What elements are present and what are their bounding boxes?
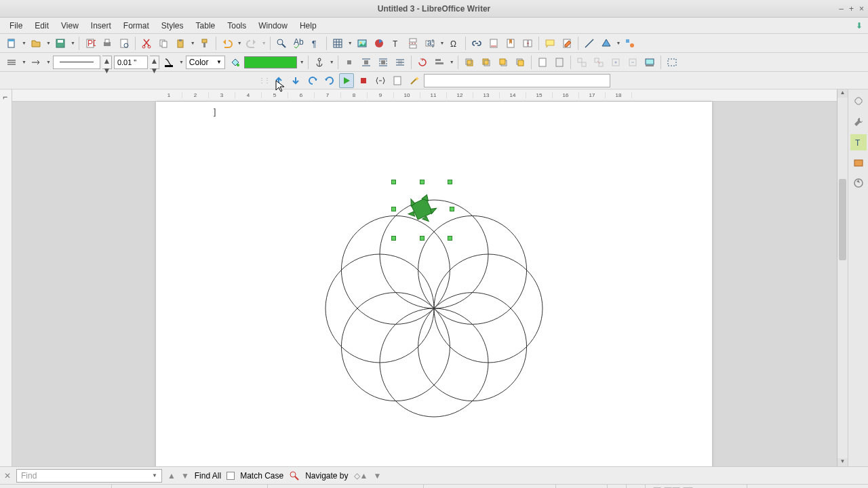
exit-group-button[interactable] xyxy=(625,55,640,70)
redo-button[interactable] xyxy=(244,36,259,51)
menu-help[interactable]: Help xyxy=(294,19,322,33)
undo-button[interactable] xyxy=(220,36,235,51)
image-button[interactable] xyxy=(355,36,370,51)
paste-button[interactable] xyxy=(173,36,188,51)
basic-shapes-button[interactable] xyxy=(599,36,614,51)
selection-handle[interactable] xyxy=(448,236,452,241)
print-preview-button[interactable] xyxy=(117,36,132,51)
sidebar-navigator-button[interactable] xyxy=(850,175,867,191)
table-dropdown[interactable]: ▼ xyxy=(348,41,353,45)
fill-type-select[interactable]: Color▼ xyxy=(186,56,225,69)
frame-props-button[interactable] xyxy=(665,55,679,70)
copy-button[interactable] xyxy=(156,36,171,51)
selection-handle[interactable] xyxy=(391,180,396,184)
logo-handle-icon[interactable]: ⋮⋮ xyxy=(258,77,269,84)
sidebar-styles-button[interactable]: T xyxy=(850,134,867,150)
logo-left-button[interactable] xyxy=(305,73,320,88)
menu-styles[interactable]: Styles xyxy=(156,19,189,33)
menu-table[interactable]: Table xyxy=(191,19,221,33)
sidebar-properties-button[interactable] xyxy=(850,94,867,110)
menu-insert[interactable]: Insert xyxy=(85,19,117,33)
logo-back-button[interactable] xyxy=(288,73,303,88)
find-all-button[interactable]: Find All xyxy=(195,471,221,481)
selection-handle[interactable] xyxy=(420,236,425,241)
selection-handle[interactable] xyxy=(391,207,396,211)
clone-format-button[interactable] xyxy=(197,36,212,51)
save-button[interactable] xyxy=(53,36,68,51)
line-style-dropdown[interactable]: ▼ xyxy=(22,60,26,64)
menu-format[interactable]: Format xyxy=(118,19,155,33)
wrap-page-button[interactable] xyxy=(359,55,374,70)
find-prev-button[interactable]: ▲ xyxy=(167,471,176,481)
open-dropdown[interactable]: ▼ xyxy=(46,41,51,45)
sidebar-gallery-button[interactable] xyxy=(850,155,867,171)
fill-bucket-button[interactable] xyxy=(227,55,242,70)
logo-stop-button[interactable] xyxy=(356,73,371,88)
match-case-checkbox[interactable] xyxy=(226,472,235,480)
anchor-dropdown[interactable]: ▼ xyxy=(330,60,334,64)
vertical-scrollbar[interactable]: ▲ ▼ xyxy=(837,89,848,466)
turtle-icon[interactable] xyxy=(401,188,442,229)
rotate-button[interactable] xyxy=(415,55,430,70)
menu-file[interactable]: File xyxy=(4,19,28,33)
wrap-off-button[interactable] xyxy=(342,55,357,70)
save-dropdown[interactable]: ▼ xyxy=(71,41,75,45)
status-selection-mode[interactable]: ▭ xyxy=(608,485,627,488)
background-button[interactable] xyxy=(552,55,567,70)
line-width-spinner[interactable]: ▲▼ xyxy=(150,56,159,69)
status-insert-mode[interactable] xyxy=(556,485,608,488)
document-area[interactable]: 123456789101112131415161718 ] xyxy=(12,89,837,466)
status-view-layout[interactable] xyxy=(646,485,747,488)
wrap-through-button[interactable] xyxy=(393,55,408,70)
selection-handle[interactable] xyxy=(448,180,452,184)
enter-group-button[interactable] xyxy=(608,55,623,70)
hyperlink-button[interactable] xyxy=(469,36,484,51)
textbox-button[interactable]: T xyxy=(389,36,403,51)
page-break-button[interactable] xyxy=(406,36,420,51)
other-options-button[interactable] xyxy=(289,470,300,481)
arrow-style-dropdown[interactable]: ▼ xyxy=(46,60,51,64)
nav-prev-button[interactable]: ◇▲ xyxy=(354,471,368,481)
export-pdf-button[interactable]: PDF xyxy=(83,36,98,51)
comment-button[interactable] xyxy=(542,36,557,51)
line-style-button[interactable] xyxy=(4,55,19,70)
logo-forward-button[interactable] xyxy=(271,73,286,88)
selection-handle[interactable] xyxy=(391,236,396,241)
status-words[interactable]: 15 words, 85 characters xyxy=(112,485,268,488)
selection-handle[interactable] xyxy=(420,180,425,184)
cross-ref-button[interactable] xyxy=(520,36,535,51)
fill-color-swatch[interactable] xyxy=(244,56,297,68)
close-findbar-button[interactable]: ✕ xyxy=(4,471,11,481)
arrow-style-button[interactable] xyxy=(28,55,43,70)
undo-dropdown[interactable]: ▼ xyxy=(237,41,242,45)
line-button[interactable] xyxy=(582,36,597,51)
minimize-icon[interactable]: – xyxy=(839,4,844,14)
status-language[interactable]: English (UK) xyxy=(424,485,556,488)
field-button[interactable]: a¦ xyxy=(422,36,437,51)
table-button[interactable] xyxy=(330,36,345,51)
caption-button[interactable] xyxy=(642,55,657,70)
bookmark-button[interactable] xyxy=(503,36,518,51)
extension-icon[interactable]: ⬇ xyxy=(856,21,863,30)
spellcheck-button[interactable]: Abc xyxy=(291,36,306,51)
logo-home-button[interactable] xyxy=(373,73,388,88)
cut-button[interactable] xyxy=(139,36,154,51)
nav-next-button[interactable]: ▼ xyxy=(373,471,381,481)
back-one-button[interactable] xyxy=(496,55,511,70)
find-input[interactable]: Find▼ xyxy=(16,469,162,483)
logo-right-button[interactable] xyxy=(322,73,337,88)
document-page[interactable]: ] xyxy=(156,102,712,466)
wrap-optimal-button[interactable] xyxy=(376,55,391,70)
paste-dropdown[interactable]: ▼ xyxy=(191,41,195,45)
close-icon[interactable]: × xyxy=(859,4,864,14)
footnote-button[interactable] xyxy=(486,36,501,51)
logo-clear-button[interactable] xyxy=(390,73,405,88)
zoom-controls[interactable]: − + xyxy=(747,485,835,488)
redo-dropdown[interactable]: ▼ xyxy=(262,41,267,45)
scroll-thumb[interactable] xyxy=(839,179,846,260)
formatting-marks-button[interactable]: ¶ xyxy=(308,36,323,51)
track-changes-button[interactable] xyxy=(559,36,574,51)
logo-command-input[interactable] xyxy=(424,74,610,87)
fill-color-dropdown[interactable]: ▼ xyxy=(300,60,304,64)
find-replace-button[interactable] xyxy=(274,36,289,51)
